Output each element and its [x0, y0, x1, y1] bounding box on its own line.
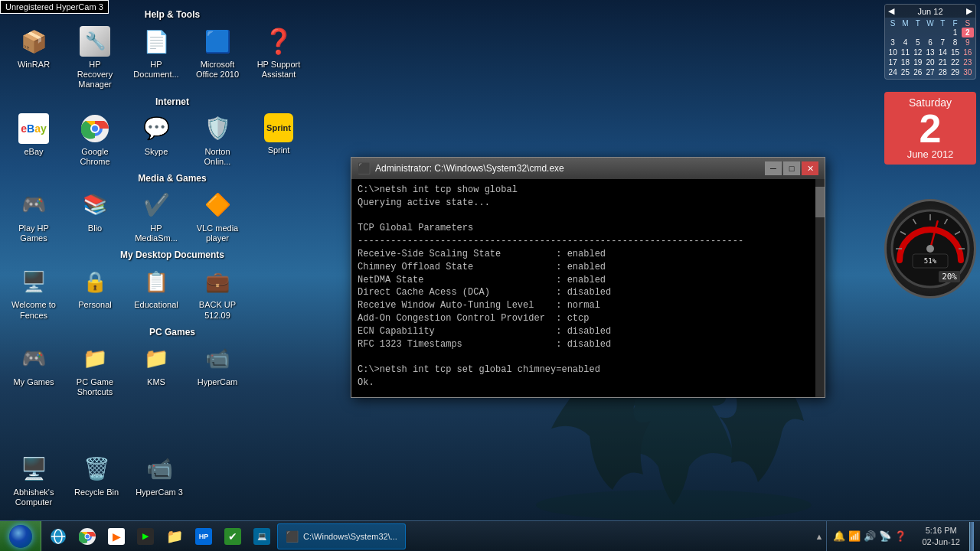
cmd-output: C:\>netsh int tcp show global Querying a… [358, 184, 818, 397]
cal-day-cell[interactable]: 6 [924, 37, 936, 47]
cal-next-btn[interactable]: ▶ [966, 6, 972, 16]
cmd-minimize-button[interactable]: ─ [765, 161, 782, 175]
cmd-close-button[interactable]: ✕ [802, 161, 818, 175]
cal-day-cell[interactable]: 28 [936, 67, 949, 77]
icon-recycle-bin[interactable]: 🗑️ Recycle Bin [69, 451, 124, 510]
tray-signal-icon[interactable]: 📡 [879, 530, 891, 543]
icon-personal[interactable]: 🔒 Personal [67, 263, 122, 323]
personal-icon: 🔒 [80, 266, 110, 297]
cal-day-cell[interactable]: 2 [962, 28, 974, 37]
cal-day-cell[interactable]: 24 [887, 67, 899, 77]
skype-icon: 💬 [141, 113, 172, 144]
cal-day-cell[interactable]: 11 [899, 47, 911, 57]
cal-day-cell[interactable] [936, 28, 949, 37]
tray-help-icon[interactable]: ❓ [894, 530, 906, 543]
icon-winrar[interactable]: 📦 WinRAR [6, 23, 61, 93]
icon-hypercam[interactable]: 📹 HyperCam [190, 341, 245, 400]
cal-day-cell[interactable]: 25 [899, 67, 911, 77]
cal-day-cell[interactable]: 10 [887, 47, 899, 57]
cal-day-cell[interactable]: 21 [936, 57, 949, 67]
cal-day-cell[interactable]: 14 [936, 47, 949, 57]
hypercam-label: HyperCam [198, 377, 238, 387]
taskbar-vpc-icon[interactable]: 💻 [248, 523, 276, 550]
cmd-window[interactable]: ⬛ Administrator: C:\Windows\System32\cmd… [351, 157, 825, 398]
cal-day-cell[interactable]: 30 [962, 67, 974, 77]
tray-expand-button[interactable]: ▲ [815, 532, 824, 541]
cal-day-cell[interactable]: 12 [912, 47, 924, 57]
abhishek-computer-icon: 🖥️ [18, 454, 49, 484]
icon-abhishek-computer[interactable]: 🖥️ Abhishek's Computer [6, 451, 61, 510]
icon-backup[interactable]: 💼 BACK UP 512.09 [190, 263, 245, 323]
cal-day-cell[interactable]: 8 [949, 37, 961, 47]
icon-blio[interactable]: 📚 Blio [67, 187, 122, 246]
cmd-maximize-button[interactable]: □ [783, 161, 800, 175]
system-clock[interactable]: 5:16 PM 02-Jun-12 [916, 525, 966, 547]
cal-day-cell[interactable]: 22 [949, 57, 961, 67]
cal-day-cell[interactable]: 15 [949, 47, 961, 57]
cmd-taskbar-label: C:\Windows\System32\... [303, 532, 397, 541]
start-button[interactable] [0, 521, 41, 552]
icon-hp-games[interactable]: 🎮 Play HP Games [6, 187, 61, 246]
taskbar-ie-icon[interactable] [44, 523, 72, 550]
icon-sprint[interactable]: Sprint Sprint [251, 110, 306, 170]
taskbar-check-icon[interactable]: ✔ [219, 523, 247, 550]
cal-day-cell[interactable]: 19 [912, 57, 924, 67]
taskbar-media-icon[interactable]: ▶ [103, 523, 130, 550]
taskbar-chrome-icon[interactable] [74, 523, 101, 550]
tray-volume-icon[interactable]: 🔊 [864, 530, 876, 543]
tray-network-icon[interactable]: 📶 [848, 530, 861, 543]
cal-prev-btn[interactable]: ◀ [888, 6, 894, 16]
cal-day-cell[interactable]: 9 [962, 37, 974, 47]
winrar-label: WinRAR [18, 60, 50, 70]
icon-hp-recovery[interactable]: 🔧 HP Recovery Manager [67, 23, 122, 93]
cal-day-cell[interactable]: 7 [936, 37, 949, 47]
icon-chrome[interactable]: Google Chrome [67, 110, 122, 170]
cal-day-cell[interactable]: 3 [887, 37, 899, 47]
cal-day-cell[interactable]: 13 [924, 47, 936, 57]
taskbar-explorer-icon[interactable]: 📁 [161, 523, 188, 550]
taskbar-hp-icon[interactable]: HP [190, 523, 217, 550]
cal-day-cell[interactable]: 4 [899, 37, 911, 47]
cal-day-cell[interactable] [924, 28, 936, 37]
cal-day-cell[interactable]: 26 [912, 67, 924, 77]
show-desktop-button[interactable] [969, 522, 974, 551]
cmd-scrollbar[interactable] [815, 179, 825, 397]
icon-pc-shortcuts[interactable]: 📁 PC Game Shortcuts [67, 341, 122, 400]
icon-hypercam3[interactable]: 📹 HyperCam 3 [132, 451, 187, 510]
icon-hp-support[interactable]: ❓ HP Support Assistant [251, 23, 306, 93]
icon-educational[interactable]: 📋 Educational [129, 263, 184, 323]
icon-kms[interactable]: 📁 KMS [129, 341, 184, 400]
icon-norton[interactable]: 🛡️ Norton Onlin... [190, 110, 245, 170]
cal-day-cell[interactable] [899, 28, 911, 37]
icon-vlc[interactable]: 🔶 VLC media player [190, 187, 245, 246]
cal-day-cell[interactable]: 16 [962, 47, 974, 57]
cal-day-cell[interactable] [887, 28, 899, 37]
hypercam-icon: 📹 [202, 344, 233, 374]
cmd-body[interactable]: C:\>netsh int tcp show global Querying a… [351, 179, 825, 397]
cal-day-cell[interactable]: 23 [962, 57, 974, 67]
cal-day-cell[interactable]: 17 [887, 57, 899, 67]
cal-day-cell[interactable]: 29 [949, 67, 961, 77]
icon-msoffice-2010[interactable]: 🟦 Microsoft Office 2010 [190, 23, 245, 93]
icon-my-games[interactable]: 🎮 My Games [6, 341, 61, 400]
winrar-icon: 📦 [18, 26, 49, 57]
cal-day-cell[interactable]: 27 [924, 67, 936, 77]
taskbar-cmd-item[interactable]: ⬛ C:\Windows\System32\... [277, 523, 406, 549]
tray-alert-icon[interactable]: 🔔 [833, 530, 845, 543]
icon-skype[interactable]: 💬 Skype [129, 110, 184, 170]
educational-icon: 📋 [141, 266, 172, 297]
icon-ebay[interactable]: eBay eBay [6, 110, 61, 170]
cmd-scrollbar-thumb[interactable] [815, 187, 825, 217]
cal-day-cell[interactable]: 5 [912, 37, 924, 47]
icon-hp-document[interactable]: 📄 HP Document... [129, 23, 184, 93]
svg-point-14 [926, 245, 934, 253]
taskbar-winamp-icon[interactable]: ▶ [132, 523, 159, 550]
cmd-titlebar[interactable]: ⬛ Administrator: C:\Windows\System32\cmd… [351, 158, 825, 179]
cal-day-cell[interactable] [912, 28, 924, 37]
icon-welcome-fences[interactable]: 🖥️ Welcome to Fences [6, 263, 61, 323]
calendar-widget[interactable]: ◀ Jun 12 ▶ S M T W T F S 123456789101112… [884, 4, 976, 80]
icon-hp-mediasmart[interactable]: ✔️ HP MediaSm... [129, 187, 184, 246]
cal-day-cell[interactable]: 20 [924, 57, 936, 67]
cal-day-cell[interactable]: 1 [949, 28, 961, 37]
cal-day-cell[interactable]: 18 [899, 57, 911, 67]
